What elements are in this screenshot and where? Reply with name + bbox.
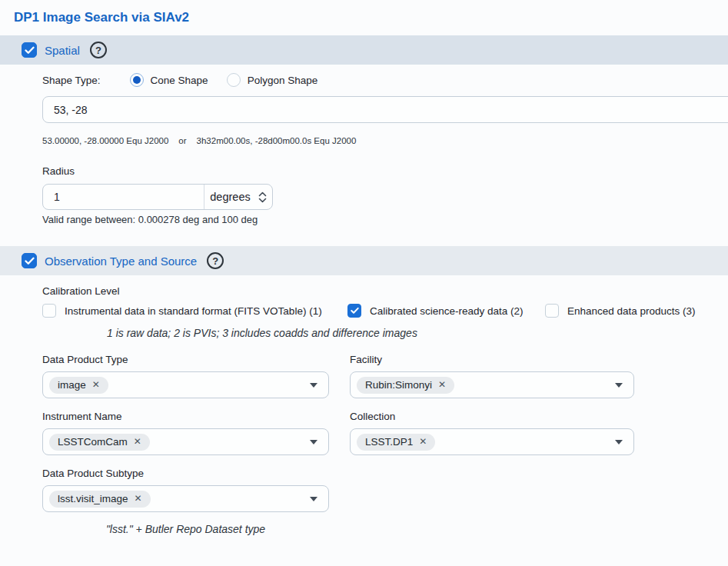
radio-polygon-shape[interactable]: Polygon Shape — [227, 73, 318, 87]
spatial-section-body: Shape Type: Cone Shape Polygon Shape 53.… — [0, 72, 728, 225]
dropdown-caret-icon — [310, 497, 317, 501]
observation-section-body: Calibration Level Instrumental data in s… — [0, 285, 728, 548]
selected-chip: Rubin:Simonyi ✕ — [357, 377, 454, 394]
chevron-down-icon — [258, 198, 267, 203]
selected-chip: LSST.DP1 ✕ — [357, 434, 435, 451]
check-icon — [25, 257, 35, 265]
field-label: Facility — [350, 354, 634, 365]
spatial-section-header: Spatial ? — [0, 35, 728, 65]
observation-section-header: Observation Type and Source ? — [0, 246, 728, 275]
radio-cone-shape[interactable]: Cone Shape — [130, 73, 208, 87]
radius-input[interactable] — [43, 185, 204, 209]
field-label: Data Product Subtype — [42, 468, 329, 479]
calibration-option-2-label: Calibrated science-ready data (2) — [370, 305, 524, 317]
radio-cone-shape-label: Cone Shape — [151, 75, 208, 86]
spatial-section-checkbox[interactable] — [22, 42, 37, 58]
empty-grid-cell — [350, 468, 634, 548]
calibration-options-row: Instrumental data in standard format (FI… — [42, 304, 728, 319]
shape-type-row: Shape Type: Cone Shape Polygon Shape — [42, 72, 728, 88]
check-icon — [351, 307, 359, 315]
radius-input-group: degrees — [42, 184, 273, 210]
dropdown-caret-icon — [615, 383, 623, 388]
radius-unit-select[interactable]: degrees — [204, 185, 272, 209]
coordinates-feedback: 53.00000, -28.00000 Equ J2000 or 3h32m00… — [42, 136, 728, 145]
remove-chip-icon[interactable]: ✕ — [134, 437, 141, 446]
dropdown-caret-icon — [615, 440, 623, 444]
radio-button-icon[interactable] — [130, 73, 144, 87]
chip-label: LSST.DP1 — [365, 436, 413, 448]
radius-unit-value: degrees — [210, 191, 250, 203]
collection-select[interactable]: LSST.DP1 ✕ — [350, 428, 634, 455]
help-icon[interactable]: ? — [207, 252, 224, 269]
remove-chip-icon[interactable]: ✕ — [419, 437, 427, 446]
field-facility: Facility Rubin:Simonyi ✕ — [350, 354, 634, 398]
calibration-option-1[interactable]: Instrumental data in standard format (FI… — [42, 304, 322, 318]
radius-valid-range: Valid range between: 0.000278 deg and 10… — [42, 214, 728, 225]
data-product-type-select[interactable]: image ✕ — [42, 371, 329, 398]
calibration-option-2[interactable]: Calibrated science-ready data (2) — [347, 304, 524, 318]
calibration-option-3[interactable]: Enhanced data products (3) — [545, 304, 696, 318]
calibration-level-label: Calibration Level — [42, 285, 728, 297]
observation-section-label: Observation Type and Source — [45, 255, 197, 268]
field-instrument-name: Instrument Name LSSTComCam ✕ — [42, 411, 329, 455]
check-icon — [25, 46, 35, 55]
chevron-up-icon — [258, 191, 267, 197]
calibration-option-1-label: Instrumental data in standard format (FI… — [65, 305, 322, 317]
observation-section-checkbox[interactable] — [22, 253, 37, 268]
remove-chip-icon[interactable]: ✕ — [438, 380, 446, 389]
field-grid: Data Product Type image ✕ Facility Rubin… — [42, 354, 728, 548]
chip-label: LSSTComCam — [58, 436, 128, 448]
chip-label: image — [58, 379, 86, 391]
field-label: Instrument Name — [42, 411, 329, 422]
field-data-product-type: Data Product Type image ✕ — [42, 354, 329, 398]
sia-search-form: DP1 Image Search via SIAv2 Spatial ? Sha… — [0, 0, 728, 566]
field-data-product-subtype: Data Product Subtype lsst.visit_image ✕ … — [42, 468, 329, 535]
help-icon[interactable]: ? — [90, 42, 107, 58]
coordinates-feedback-decimal: 53.00000, -28.00000 Equ J2000 — [42, 136, 168, 145]
unit-stepper[interactable] — [258, 191, 267, 203]
coordinates-feedback-or: or — [178, 136, 186, 145]
chip-label: Rubin:Simonyi — [365, 379, 432, 391]
field-label: Collection — [350, 411, 634, 422]
calibration-option-3-label: Enhanced data products (3) — [567, 305, 696, 317]
dropdown-caret-icon — [310, 440, 317, 444]
instrument-name-select[interactable]: LSSTComCam ✕ — [42, 428, 329, 455]
radio-button-icon[interactable] — [227, 73, 241, 87]
selected-chip: lsst.visit_image ✕ — [49, 491, 151, 508]
remove-chip-icon[interactable]: ✕ — [92, 380, 100, 389]
checkbox-icon[interactable] — [347, 304, 361, 318]
shape-type-label: Shape Type: — [42, 75, 101, 86]
subtype-hint: "lsst." + Butler Repo Dataset type — [42, 523, 329, 535]
facility-select[interactable]: Rubin:Simonyi ✕ — [350, 371, 634, 398]
data-product-subtype-select[interactable]: lsst.visit_image ✕ — [42, 485, 329, 512]
coordinates-feedback-sexagesimal: 3h32m00.00s, -28d00m00.0s Equ J2000 — [197, 136, 357, 145]
checkbox-icon[interactable] — [42, 304, 56, 318]
radius-label: Radius — [42, 165, 728, 177]
selected-chip: image ✕ — [49, 377, 108, 394]
chip-label: lsst.visit_image — [58, 493, 128, 504]
coordinates-input[interactable] — [42, 96, 728, 123]
radio-polygon-shape-label: Polygon Shape — [248, 75, 318, 86]
remove-chip-icon[interactable]: ✕ — [135, 494, 142, 503]
spatial-section-label: Spatial — [45, 44, 80, 57]
field-label: Data Product Type — [42, 354, 329, 365]
checkbox-icon[interactable] — [545, 304, 559, 318]
dropdown-caret-icon — [310, 383, 317, 388]
selected-chip: LSSTComCam ✕ — [49, 434, 150, 451]
field-collection: Collection LSST.DP1 ✕ — [350, 411, 634, 455]
page-title: DP1 Image Search via SIAv2 — [0, 0, 728, 25]
calibration-hint: 1 is raw data; 2 is PVIs; 3 includes coa… — [107, 327, 728, 339]
